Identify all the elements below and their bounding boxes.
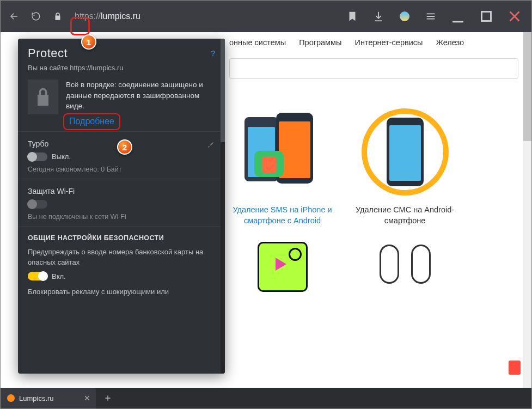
bookmark-icon[interactable] [346,10,358,22]
downloads-icon[interactable] [372,10,384,22]
rocket-icon [206,139,215,150]
lock-icon [28,80,58,114]
more-link[interactable]: Подробнее [66,115,118,128]
site-lock-icon[interactable] [51,9,65,23]
callout-outline-2 [63,113,120,130]
new-tab-button[interactable] [100,390,115,406]
callout-marker-2: 2 [117,139,132,155]
block-ads-text: Блокировать рекламу с шокирующими или [28,287,215,297]
card-thumbnail[interactable] [352,240,458,294]
wifi-toggle [28,200,47,209]
profile-avatar[interactable] [399,10,411,22]
turbo-toggle[interactable] [28,152,47,161]
callout-outline-1 [70,17,90,35]
url-host: lumpics.ru [101,11,140,21]
warn-card-toggle[interactable] [28,272,47,280]
turbo-saved-text: Сегодня сэкономлено: 0 Байт [28,166,215,173]
panel-scrollbar[interactable] [221,39,225,374]
card-thumbnail[interactable] [229,240,335,294]
nav-item[interactable]: Интернет-сервисы [354,38,423,47]
wifi-section: Защита Wi-Fi Вы не подключены к сети Wi-… [18,179,225,226]
reload-button[interactable] [29,9,43,23]
nav-item[interactable]: онные системы [229,38,286,47]
turbo-section: Турбо Выкл. Сегодня сэкономлено: 0 Байт [18,131,225,179]
card-thumbnail [229,106,335,198]
page-scrollbar[interactable] [523,32,531,388]
card-thumbnail [352,106,458,198]
protect-panel: Protect ? Вы на сайте https://lumpics.ru… [18,39,225,374]
window-maximize[interactable] [477,7,496,26]
card-title: Удаление SMS на iPhone и смартфоне с And… [229,204,335,227]
security-status-text: Всё в порядке: соединение защищено и дан… [66,80,215,112]
callout-marker-1: 1 [81,34,96,50]
warn-card-state: Вкл. [52,272,66,280]
nav-item[interactable]: Программы [299,38,341,47]
general-heading: ОБЩИЕ НАСТРОЙКИ БЕЗОПАСНОСТИ [28,234,215,242]
protect-help-link[interactable]: ? [211,49,215,58]
svg-rect-0 [482,12,491,21]
wifi-label: Защита Wi-Fi [28,187,215,196]
nav-item[interactable]: Железо [436,38,464,47]
window-minimize[interactable] [449,7,467,26]
site-search-input[interactable] [229,58,518,79]
browser-tab[interactable]: Lumpics.ru ✕ [1,388,96,408]
general-security-section: ОБЩИЕ НАСТРОЙКИ БЕЗОПАСНОСТИ Предупрежда… [18,226,225,303]
back-button[interactable] [7,9,21,23]
article-card[interactable]: Удаление СМС на Android-смартфоне [352,106,458,227]
tab-bar: Lumpics.ru ✕ [1,388,531,408]
tab-close-button[interactable]: ✕ [84,394,90,402]
protect-title: Protect [28,46,68,60]
tab-favicon [7,394,15,402]
article-card[interactable]: Удаление SMS на iPhone и смартфоне с And… [229,106,335,227]
card-title: Удаление СМС на Android-смартфоне [352,204,458,227]
wifi-status-text: Вы не подключены к сети Wi-Fi [28,213,215,221]
menu-icon[interactable] [425,10,437,22]
warn-card-text: Предупреждать о вводе номера банковской … [28,247,215,268]
protect-site-line: Вы на сайте https://lumpics.ru [18,64,225,80]
turbo-state: Выкл. [52,152,71,161]
tab-title: Lumpics.ru [19,394,54,402]
panel-scroll-thumb[interactable] [221,39,225,142]
page-scroll-thumb[interactable] [523,32,532,141]
window-close[interactable] [505,7,524,26]
